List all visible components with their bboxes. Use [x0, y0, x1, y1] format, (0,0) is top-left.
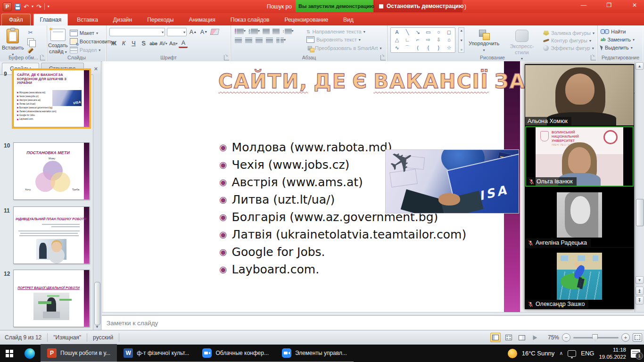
view-reading-button[interactable]	[517, 333, 527, 342]
decrease-indent-button[interactable]	[263, 29, 270, 34]
tab-Вид[interactable]: Вид	[337, 14, 360, 25]
slide-9-thumbnail[interactable]: САЙТИ, ДЕ Є ВАКАНСІЇ ЗА КОРДОНОМ ДЛЯ ШУК…	[13, 70, 90, 127]
shape-glyph[interactable]: ⇨	[426, 37, 430, 43]
strikethrough-button[interactable]: abe	[149, 40, 158, 48]
slide-12-thumbnail[interactable]: ПОРТРЕТ ВАШОЇ ІДЕАЛЬНОЇ РОБОТИ	[13, 270, 90, 327]
shape-glyph[interactable]: ▭	[426, 29, 430, 35]
slides-panel-scrollbar-thumb[interactable]	[94, 282, 100, 325]
tab-Главная[interactable]: Главная	[33, 14, 68, 25]
new-slide-button[interactable]: Создатьслайд ▾	[48, 26, 68, 54]
tab-Вставка[interactable]: Вставка	[71, 14, 104, 25]
justify-button[interactable]	[266, 38, 273, 43]
zoom-out-button[interactable]: −	[562, 333, 570, 342]
notes-pane[interactable]: Заметки к слайду	[102, 315, 644, 330]
tab-Дизайн[interactable]: Дизайн	[107, 14, 138, 25]
drawing-dialog-launcher[interactable]	[591, 55, 596, 60]
paragraph-dialog-launcher[interactable]	[380, 55, 386, 60]
font-size-combobox[interactable]: ▾	[167, 28, 187, 36]
participant-video-1[interactable]: Альона Хомюк	[525, 65, 634, 125]
shape-glyph[interactable]: ↘	[416, 29, 420, 35]
shape-glyph[interactable]: }	[438, 45, 439, 51]
convert-smartart-button[interactable]: Преобразовать в SmartArt▾	[306, 45, 381, 51]
character-spacing-button[interactable]: AV▾	[159, 40, 168, 48]
next-slide-button[interactable]: ▼▼	[636, 296, 644, 304]
bullets-button[interactable]: ▾	[235, 29, 246, 34]
tab-Переходы[interactable]: Переходы	[141, 14, 180, 25]
shape-glyph[interactable]: ⌂	[447, 37, 451, 43]
scroll-up-button[interactable]: ▲	[636, 62, 644, 70]
slide-10-thumbnail[interactable]: ПОСТАНОВКА МЕТИ Можу Хочу Треба	[13, 142, 90, 200]
shape-glyph[interactable]: ∟	[405, 37, 410, 43]
shape-glyph[interactable]: ╲	[406, 29, 409, 35]
font-dialog-launcher[interactable]	[224, 55, 229, 60]
language-tray[interactable]: ENG	[581, 350, 594, 357]
taskbar-window-powerpoint[interactable]: P Пошук роботи в у...	[41, 344, 117, 362]
font-color-button[interactable]: А	[179, 39, 188, 48]
columns-button[interactable]: ▾	[276, 38, 286, 43]
find-button[interactable]: Найти	[601, 29, 640, 34]
taskbar-window-word[interactable]: W ф-т фізичної культ...	[117, 344, 196, 362]
edge-browser-button[interactable]	[19, 345, 41, 362]
align-text-button[interactable]: Выровнять текст▾	[306, 36, 381, 43]
italic-button[interactable]: К	[119, 40, 128, 48]
tab-Показ слайдов[interactable]: Показ слайдов	[224, 14, 276, 25]
zoom-slider-track[interactable]	[573, 337, 619, 338]
participant-video-4[interactable]: Олександр Зашко	[525, 248, 634, 308]
theme-name[interactable]: "Изящная"	[51, 334, 83, 341]
shape-glyph[interactable]: {	[427, 45, 429, 51]
shrink-font-button[interactable]: А▼	[199, 28, 208, 36]
close-button[interactable]: ✕	[628, 2, 641, 8]
editor-scrollbar[interactable]: ▲ ▼ ▲▲ ▼▼	[635, 61, 644, 312]
tray-device-icon[interactable]	[568, 350, 576, 357]
minimize-button[interactable]: —	[577, 2, 590, 8]
notification-center-icon[interactable]: 1	[631, 349, 640, 358]
save-icon[interactable]	[15, 4, 21, 10]
undo-caret-icon[interactable]: ▾	[32, 5, 33, 8]
numbering-button[interactable]: 1 2 3▾	[248, 29, 260, 34]
view-slide-sorter-button[interactable]	[504, 333, 514, 342]
align-left-button[interactable]	[235, 38, 242, 43]
zoom-in-button[interactable]: +	[621, 333, 630, 342]
bold-button[interactable]: Ж	[109, 40, 118, 48]
paste-button[interactable]: Вставить ▾	[2, 26, 24, 57]
tab-Рецензирование[interactable]: Рецензирование	[278, 14, 334, 25]
shape-effects-button[interactable]: Эффекты фигур▾	[543, 45, 594, 51]
redo-icon[interactable]: ↷	[36, 4, 41, 10]
stop-share-button[interactable]: Остановить демонстрацию	[374, 0, 462, 12]
tab-file[interactable]: Файл	[1, 14, 31, 25]
slide-title[interactable]: САЙТИ,ДЕЄВАКАНСІЇЗАКОРДОНОМДЛЯШУКАЧІВЗУК…	[218, 70, 501, 93]
clipboard-dialog-launcher[interactable]	[40, 55, 45, 60]
clock[interactable]: 11:18 19.05.2022	[599, 346, 626, 361]
shapes-gallery[interactable]: A╲↘▭○◻△∟⌐⇨⇩⌂∿⌒({}☆	[390, 27, 455, 53]
taskbar-window-zoom-1[interactable]: Облачные конфер...	[196, 344, 275, 362]
slide-image-collage[interactable]: ✈ VISA	[386, 150, 519, 213]
shape-glyph[interactable]: ◻	[447, 29, 451, 35]
scroll-down-button[interactable]: ▼	[636, 276, 644, 284]
copy-icon[interactable]	[27, 38, 34, 45]
text-shadow-button[interactable]: S	[139, 40, 148, 48]
powerpoint-app-icon[interactable]: P	[3, 2, 12, 11]
shape-glyph[interactable]: A	[395, 29, 398, 35]
slide-canvas[interactable]: САЙТИ,ДЕЄВАКАНСІЇЗАКОРДОНОМДЛЯШУКАЧІВЗУК…	[103, 61, 520, 312]
previous-slide-button[interactable]: ▲▲	[636, 287, 644, 295]
shape-glyph[interactable]: ○	[437, 29, 440, 35]
zoom-slider-thumb[interactable]	[592, 334, 598, 342]
qat-customize-icon[interactable]: ▾	[48, 5, 50, 8]
taskbar-window-zoom-2[interactable]: Элементы управл...	[275, 344, 354, 362]
panel-close-icon[interactable]: ✕	[94, 66, 98, 72]
shape-glyph[interactable]: △	[395, 37, 399, 43]
line-spacing-button[interactable]: ↕▾	[282, 29, 294, 34]
editor-scrollbar-thumb[interactable]	[636, 199, 644, 226]
shapes-gallery-scrollbar[interactable]: ▲▼≡	[458, 27, 464, 53]
weather-sun-icon[interactable]	[508, 349, 517, 358]
tray-expand-icon[interactable]: ∧	[559, 350, 563, 356]
shape-fill-button[interactable]: Заливка фигуры▾	[543, 30, 594, 36]
change-case-button[interactable]: Aa▾	[169, 40, 178, 48]
undo-icon[interactable]: ↶	[24, 4, 29, 10]
select-button[interactable]: Выделить▾	[601, 45, 640, 50]
underline-button[interactable]: Ч	[129, 40, 138, 48]
participant-video-2[interactable]: ВОЛИНСЬКИЙ НАЦІОНАЛЬНИЙ УНІВЕРСИТЕТ ІМЕН…	[525, 126, 634, 187]
language-indicator[interactable]: русский	[91, 334, 115, 341]
zoom-participants-panel[interactable]: Альона Хомюк ВОЛИНСЬКИЙ НАЦІОНАЛЬНИЙ УНІ…	[525, 64, 634, 309]
font-name-combobox[interactable]: ▾	[109, 28, 165, 36]
